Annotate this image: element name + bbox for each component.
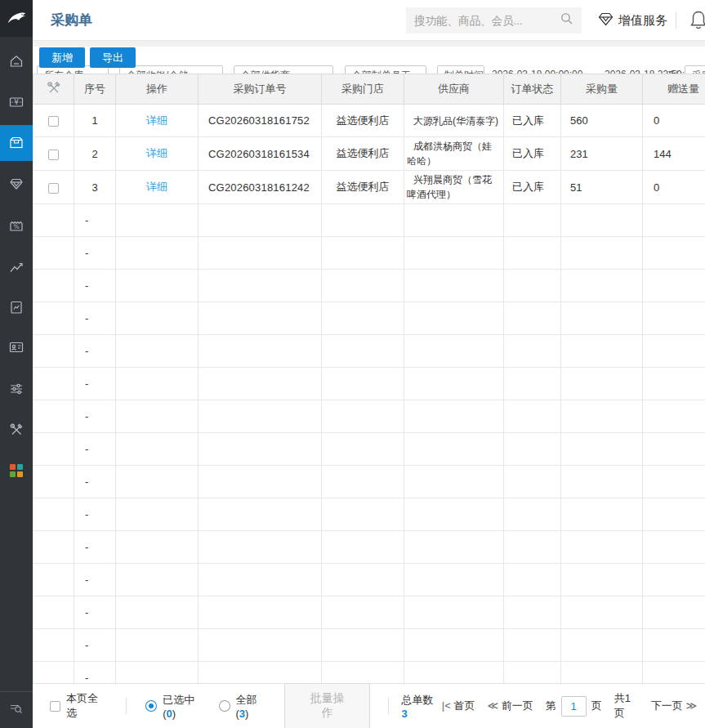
package-icon — [8, 135, 25, 151]
empty-row-placeholder: - — [74, 531, 116, 564]
header-status[interactable]: 订单状态 — [504, 74, 561, 105]
value-added-services-button[interactable]: 增值服务 — [598, 0, 667, 41]
app-grid-icon — [9, 463, 24, 478]
svg-text:¥: ¥ — [14, 98, 19, 106]
batch-operation-button[interactable]: 批量操作 — [284, 683, 370, 728]
empty-table-row: - — [33, 368, 705, 400]
total-pages-label: 共1页 — [614, 691, 639, 721]
column-settings-tools-icon — [45, 87, 62, 99]
gift-qty: 0 — [643, 171, 705, 204]
empty-row-placeholder: - — [74, 335, 116, 368]
sidebar: ¥ % — [0, 0, 33, 728]
select-all-label: 本页全选 — [66, 691, 108, 721]
sidebar-item-statistics[interactable] — [0, 249, 33, 285]
header-store[interactable]: 采购门店 — [322, 74, 404, 105]
sidebar-item-goods[interactable] — [0, 125, 33, 161]
search-input[interactable] — [414, 15, 560, 27]
sidebar-item-home[interactable] — [0, 43, 33, 79]
order-status: 已入库 — [504, 105, 561, 137]
new-button[interactable]: 新增 — [39, 47, 85, 68]
supplier: 兴翔晨商贸（雪花啤酒代理） — [404, 171, 504, 204]
pospal-leopard-logo-icon — [2, 2, 30, 36]
page-title: 采购单 — [51, 11, 92, 29]
notification-bell-icon[interactable] — [689, 9, 705, 35]
empty-row-placeholder: - — [74, 629, 116, 662]
sidebar-item-cash[interactable]: ¥ — [0, 84, 33, 120]
order-number: CG20260318161752 — [199, 105, 322, 137]
row-checkbox[interactable] — [48, 183, 59, 194]
gem-outline-icon — [598, 12, 614, 29]
selected-radio[interactable] — [145, 700, 157, 712]
header-purchase-qty[interactable]: 采购量 — [561, 74, 643, 105]
page-number-input[interactable] — [561, 696, 587, 717]
sidebar-item-report[interactable] — [0, 289, 33, 325]
purchase-store: 益选便利店 — [322, 137, 404, 171]
purchase-store: 益选便利店 — [322, 105, 404, 137]
sidebar-item-app-market[interactable] — [0, 453, 33, 489]
header-supplier[interactable]: 供应商 — [404, 74, 504, 105]
row-checkbox[interactable] — [48, 116, 59, 127]
sidebar-item-membership[interactable] — [0, 166, 33, 202]
empty-row-placeholder: - — [74, 498, 116, 531]
prev-page-button[interactable]: ≪ 前一页 — [487, 699, 533, 713]
header-divider — [676, 12, 676, 29]
cash-icon: ¥ — [8, 94, 25, 110]
sidebar-collapse-search[interactable] — [0, 691, 33, 728]
purchase-store: 益选便利店 — [322, 171, 404, 204]
header-index[interactable]: 序号 — [74, 74, 116, 105]
svg-text:%: % — [13, 223, 19, 230]
empty-table-row: - — [33, 531, 705, 564]
empty-table-row: - — [33, 629, 705, 662]
row-index: 3 — [74, 171, 116, 204]
footer-divider — [126, 698, 127, 714]
sidebar-item-tools[interactable] — [0, 412, 33, 448]
global-search[interactable] — [406, 7, 582, 33]
detail-link[interactable]: 详细 — [146, 147, 167, 159]
table-row: 1详细CG20260318161752益选便利店大源乳品(华清泰字)已入库560… — [33, 105, 705, 137]
row-checkbox-cell — [33, 171, 74, 204]
sidebar-item-promotion[interactable]: % — [0, 208, 33, 244]
search-icon[interactable] — [560, 12, 573, 29]
sidebar-item-settings[interactable] — [0, 371, 33, 407]
empty-table-row: - — [33, 400, 705, 433]
trend-chart-icon — [8, 259, 25, 275]
purchase-qty: 560 — [561, 105, 643, 137]
header-order-no[interactable]: 采购订单号 — [199, 74, 322, 105]
order-status: 已入库 — [504, 171, 561, 204]
empty-table-row: - — [33, 466, 705, 498]
first-page-button[interactable]: |< 首页 — [442, 699, 475, 713]
empty-row-placeholder: - — [74, 433, 116, 466]
table-row: 2详细CG20260318161534益选便利店成都洪杨商贸（娃哈哈）已入库23… — [33, 137, 705, 171]
empty-table-row: - — [33, 564, 705, 596]
top-bar: 采购单 增值服务 — [33, 0, 705, 41]
pagination: |< 首页 ≪ 前一页 第 页 共1页 下一页 ≫ — [442, 691, 697, 721]
total-orders: 总单数 3 — [401, 693, 441, 720]
sidebar-item-staff[interactable] — [0, 329, 33, 365]
purchase-qty: 51 — [561, 171, 643, 204]
home-icon — [8, 53, 25, 69]
next-page-button[interactable]: 下一页 ≫ — [651, 699, 697, 713]
header-gift-qty[interactable]: 赠送量 — [643, 74, 705, 105]
header-action[interactable]: 操作 — [116, 74, 199, 105]
empty-table-row: - — [33, 596, 705, 629]
export-button[interactable]: 导出 — [90, 47, 136, 68]
order-number: CG20260318161534 — [199, 137, 322, 171]
page-suffix: 页 — [591, 699, 602, 713]
select-all-checkbox[interactable] — [50, 701, 60, 712]
detail-link[interactable]: 详细 — [146, 181, 167, 193]
row-checkbox[interactable] — [48, 150, 59, 160]
table-header-row: 序号 操作 采购订单号 采购门店 供应商 订单状态 采购量 赠送量 — [33, 74, 705, 105]
content-top-strip — [33, 41, 705, 47]
app-logo[interactable] — [0, 0, 33, 37]
empty-table-row: - — [33, 270, 705, 302]
column-settings-header[interactable] — [33, 74, 74, 105]
detail-link[interactable]: 详细 — [146, 114, 167, 127]
order-table-body: 1详细CG20260318161752益选便利店大源乳品(华清泰字)已入库560… — [33, 105, 705, 695]
all-radio[interactable] — [219, 700, 230, 712]
footer-divider — [388, 698, 389, 714]
supplier: 大源乳品(华清泰字) — [404, 105, 504, 137]
order-status: 已入库 — [504, 137, 561, 171]
row-checkbox-cell — [33, 137, 74, 171]
empty-table-row: - — [33, 433, 705, 466]
report-icon — [8, 299, 25, 315]
